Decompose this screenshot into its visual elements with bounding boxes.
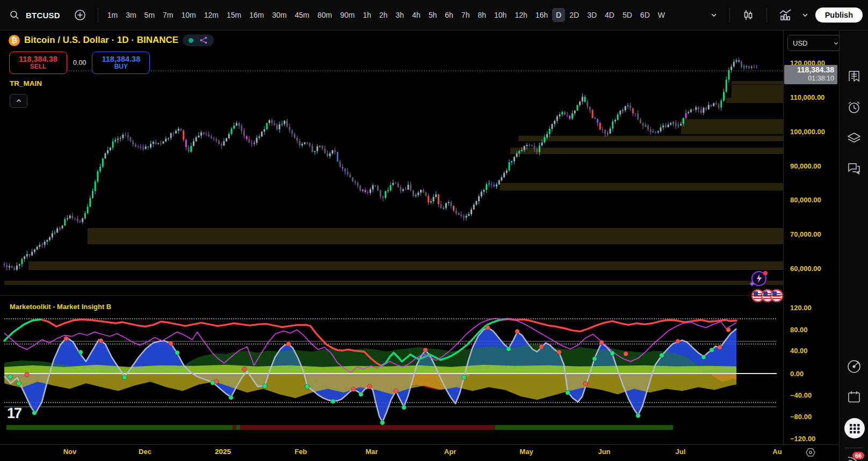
timeframe-5h[interactable]: 5h bbox=[425, 8, 441, 22]
timeframe-12h[interactable]: 12h bbox=[511, 8, 531, 22]
timeframe-more-button[interactable] bbox=[708, 9, 720, 21]
toolbar-divider bbox=[98, 8, 98, 22]
current-price-tag: 118,384.38 01:38:10 bbox=[784, 65, 837, 84]
timeframe-1h[interactable]: 1h bbox=[359, 8, 375, 22]
timeframe-16h[interactable]: 16h bbox=[532, 8, 552, 22]
alerts-button[interactable] bbox=[847, 100, 863, 116]
timeframe-3D[interactable]: 3D bbox=[583, 8, 601, 22]
main-indicator-label[interactable]: TR_MAIN bbox=[10, 79, 42, 87]
timeframe-8h[interactable]: 8h bbox=[474, 8, 490, 22]
timeframe-7m[interactable]: 7m bbox=[159, 8, 177, 22]
publish-button[interactable]: Publish bbox=[815, 8, 863, 23]
top-toolbar: BTCUSD 1m3m5m7m10m12m15m16m30m45m80m90m1… bbox=[0, 0, 868, 31]
sell-price: 118,384.38 bbox=[19, 55, 57, 64]
screener-button[interactable] bbox=[847, 359, 863, 375]
share-network-icon bbox=[199, 36, 208, 45]
timeframe-90m[interactable]: 90m bbox=[336, 8, 358, 22]
time-axis-label-Au: Au bbox=[772, 448, 782, 456]
chevron-up-icon bbox=[16, 98, 22, 104]
price-axis-label: −120.00 bbox=[790, 435, 815, 443]
search-icon bbox=[10, 10, 19, 20]
trade-panel: 118,384.38 SELL 0.00 118,384.38 BUY bbox=[9, 52, 150, 74]
price-axis-label: 70,000.00 bbox=[790, 230, 821, 238]
price-axis-label: 110,000.00 bbox=[790, 93, 824, 101]
currency-dropdown[interactable]: USD bbox=[787, 35, 844, 51]
chevron-down-icon bbox=[710, 11, 718, 19]
time-axis-label-2025: 2025 bbox=[215, 448, 231, 456]
symbol-title[interactable]: Bitcoin / U.S. Dollar · 1D · BINANCE bbox=[24, 35, 178, 46]
timeframe-3m[interactable]: 3m bbox=[122, 8, 140, 22]
calendar-icon bbox=[847, 390, 862, 405]
time-axis-label-Jun: Jun bbox=[598, 448, 610, 456]
spread-value: 0.00 bbox=[71, 59, 88, 67]
symbol-search-button[interactable] bbox=[8, 8, 21, 22]
currency-value: USD bbox=[793, 39, 807, 47]
timeframe-list: 1m3m5m7m10m12m15m16m30m45m80m90m1h2h3h4h… bbox=[104, 8, 669, 22]
price-axis-label: 120.00 bbox=[790, 304, 812, 312]
plus-circle-icon bbox=[74, 9, 86, 21]
pane-separator[interactable] bbox=[0, 295, 838, 296]
chat-bubbles-icon bbox=[847, 161, 862, 176]
timeframe-15m[interactable]: 15m bbox=[223, 8, 245, 22]
symbol-ticker[interactable]: BTCUSD bbox=[26, 11, 60, 20]
timeframe-80m[interactable]: 80m bbox=[314, 8, 336, 22]
ai-assistant-icon[interactable] bbox=[748, 268, 769, 289]
watchlist-button[interactable] bbox=[847, 70, 863, 86]
timeframe-30m[interactable]: 30m bbox=[268, 8, 290, 22]
timeframe-5D[interactable]: 5D bbox=[619, 8, 636, 22]
timeframe-3h[interactable]: 3h bbox=[392, 8, 408, 22]
timeframe-10m[interactable]: 10m bbox=[178, 8, 200, 22]
indicators-button[interactable] bbox=[777, 6, 795, 24]
symbol-status-pill[interactable] bbox=[183, 34, 214, 46]
timeframe-2D[interactable]: 2D bbox=[566, 8, 583, 22]
time-axis-label-Dec: Dec bbox=[139, 448, 151, 456]
radar-icon bbox=[847, 359, 862, 374]
calendar-button[interactable] bbox=[847, 390, 863, 406]
indicators-more-button[interactable] bbox=[799, 9, 811, 21]
apps-grid-icon bbox=[844, 418, 865, 439]
streams-badge: 66 bbox=[852, 452, 864, 459]
buy-button[interactable]: 118,384.38 BUY bbox=[92, 52, 150, 74]
apps-menu-button[interactable] bbox=[844, 418, 865, 439]
timeframe-2h[interactable]: 2h bbox=[375, 8, 392, 22]
object-tree-button[interactable] bbox=[847, 131, 863, 147]
axis-settings-icon[interactable] bbox=[805, 447, 816, 458]
symbol-header: ₿ Bitcoin / U.S. Dollar · 1D · BINANCE bbox=[9, 34, 214, 46]
timeframe-5m[interactable]: 5m bbox=[141, 8, 158, 22]
timeframe-4h[interactable]: 4h bbox=[408, 8, 424, 22]
timeframe-12m[interactable]: 12m bbox=[200, 8, 222, 22]
price-axis-label: 100,000.00 bbox=[790, 128, 825, 136]
price-axis-label: 80,000.00 bbox=[790, 196, 821, 204]
price-axis-label: −80.00 bbox=[790, 413, 812, 421]
timeframe-16m[interactable]: 16m bbox=[245, 8, 267, 22]
bar-countdown: 01:38:10 bbox=[787, 75, 834, 83]
timeframe-45m[interactable]: 45m bbox=[291, 8, 313, 22]
price-axis-label: 80.00 bbox=[790, 326, 808, 334]
collapse-panel-button[interactable] bbox=[10, 94, 27, 108]
timeframe-6D[interactable]: 6D bbox=[636, 8, 654, 22]
timeframe-6h[interactable]: 6h bbox=[441, 8, 457, 22]
time-axis[interactable]: NovDec2025FebMarAprMayJunJulAu bbox=[0, 445, 868, 461]
economic-events-flags-icon[interactable] bbox=[751, 288, 783, 303]
timeframe-W[interactable]: W bbox=[654, 8, 669, 22]
timeframe-4D[interactable]: 4D bbox=[601, 8, 618, 22]
bitcoin-icon: ₿ bbox=[9, 35, 20, 46]
chat-button[interactable] bbox=[847, 161, 863, 177]
compare-add-button[interactable] bbox=[72, 7, 88, 23]
tradingview-logo[interactable]: 17 bbox=[7, 405, 21, 422]
price-axis[interactable]: USD 120,000.00110,000.00100,000.0090,000… bbox=[784, 30, 838, 444]
time-axis-label-Jul: Jul bbox=[676, 448, 686, 456]
oscillator-title[interactable]: Marketoolkit - Market Insight B bbox=[10, 303, 111, 311]
timeframe-D[interactable]: D bbox=[552, 8, 565, 22]
time-axis-label-Apr: Apr bbox=[444, 448, 456, 456]
price-axis-label: 40.00 bbox=[790, 347, 808, 355]
price-axis-label: 0.00 bbox=[790, 370, 804, 378]
price-axis-label: 60,000.00 bbox=[790, 265, 821, 273]
sell-button[interactable]: 118,384.38 SELL bbox=[9, 52, 67, 74]
candlestick-icon bbox=[742, 9, 755, 21]
time-axis-label-Feb: Feb bbox=[294, 448, 307, 456]
chart-style-button[interactable] bbox=[740, 6, 757, 24]
timeframe-10h[interactable]: 10h bbox=[490, 8, 510, 22]
timeframe-1m[interactable]: 1m bbox=[104, 8, 121, 22]
timeframe-7h[interactable]: 7h bbox=[458, 8, 474, 22]
